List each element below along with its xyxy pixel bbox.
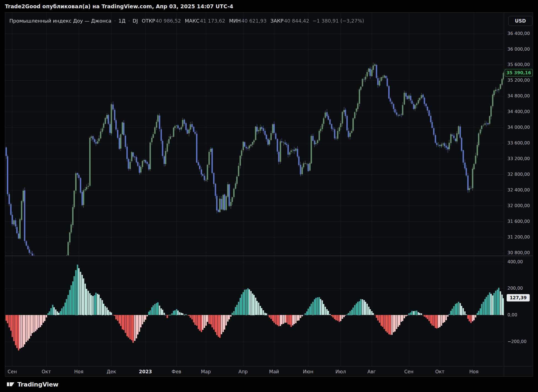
indicator-axis-label: 200,00 — [507, 286, 523, 291]
indicator-axis-label: −200,00 — [507, 339, 526, 344]
indicator-value-badge: 127,39 — [507, 294, 530, 301]
time-axis-label: Фев — [172, 369, 181, 374]
price-axis-label: 30 800,00 — [507, 250, 530, 255]
legend-change: −1 380,91 (−3,27%) — [313, 18, 364, 24]
tradingview-logo[interactable]: TradingView — [7, 381, 58, 388]
indicator-axis-label: 0,00 — [507, 312, 517, 317]
time-axis-label: Дек — [107, 369, 116, 374]
price-axis-label: 36 400,00 — [507, 31, 530, 36]
time-axis-label: Сен — [8, 369, 17, 374]
tradingview-logo-text: TradingView — [17, 381, 58, 388]
symbol-title[interactable]: Промышленный индекс Доу — Джонса — [9, 18, 112, 24]
time-axis-label: Окт — [435, 369, 445, 374]
indicator-pane-canvas[interactable] — [5, 256, 504, 366]
time-axis-label: Ноя — [469, 369, 479, 374]
price-axis-label: 32 400,00 — [507, 187, 530, 192]
legend-field-open: ОТКР 40 986,52 — [142, 18, 181, 24]
time-axis-label: Ноя — [74, 369, 83, 374]
legend-interval: 1Д — [118, 18, 126, 24]
price-axis-label: 32 000,00 — [507, 203, 530, 208]
indicator-axis-label: 400,00 — [507, 259, 523, 264]
footer: TradingView — [0, 377, 538, 392]
legend-field-close: ЗАКР 40 844,42 — [270, 18, 309, 24]
price-axis-label: 35 200,00 — [507, 78, 530, 83]
publish-info-text: Trade2Good опубликовал(а) на TradingView… — [5, 3, 233, 9]
legend-field-high: МАКС 41 173,62 — [185, 18, 225, 24]
time-axis-label: Июл — [335, 369, 346, 374]
symbol-legend[interactable]: Промышленный индекс Доу — Джонса · 1Д · … — [9, 18, 364, 24]
time-axis-label: Апр — [238, 369, 248, 374]
tradingview-logo-icon — [7, 381, 15, 388]
price-axis-label: 32 800,00 — [507, 171, 530, 177]
chart-widget: Промышленный индекс Доу — Джонса · 1Д · … — [0, 12, 538, 377]
time-axis-label: Июн — [303, 369, 313, 374]
price-axis-label: 35 600,00 — [507, 62, 530, 67]
pane-separator[interactable] — [5, 256, 533, 256]
currency-toggle-button[interactable]: USD — [508, 16, 532, 26]
time-axis-label: Сен — [404, 369, 413, 374]
last-price-badge: 35 390,16 — [505, 69, 533, 76]
time-axis-label: Окт — [42, 369, 51, 374]
price-axis-separator — [504, 13, 504, 376]
price-axis-label: 36 000,00 — [507, 46, 530, 51]
time-axis-border — [5, 366, 533, 366]
price-axis-label: 34 000,00 — [507, 125, 530, 130]
price-axis-label: 31 200,00 — [507, 234, 530, 239]
publish-info-bar: Trade2Good опубликовал(а) на TradingView… — [0, 0, 538, 12]
legend-ticker: DJ — [133, 18, 138, 24]
legend-field-low: МИН 40 621,93 — [229, 18, 267, 24]
price-pane-canvas[interactable] — [5, 13, 504, 256]
legend-separator: · — [128, 18, 130, 24]
legend-separator: · — [114, 18, 116, 24]
price-axis-label: 34 400,00 — [507, 109, 530, 114]
time-axis-label: Мар — [201, 369, 211, 374]
time-axis-label: 2023 — [139, 369, 152, 374]
price-axis-label: 33 200,00 — [507, 156, 530, 161]
price-axis-label: 34 800,00 — [507, 93, 530, 98]
price-axis-label: 31 600,00 — [507, 218, 530, 224]
time-axis-label: Май — [269, 369, 279, 374]
screenshot-root: Trade2Good опубликовал(а) на TradingView… — [0, 0, 538, 392]
time-axis-label: Авг — [368, 369, 376, 374]
price-axis-label: 33 600,00 — [507, 140, 530, 146]
